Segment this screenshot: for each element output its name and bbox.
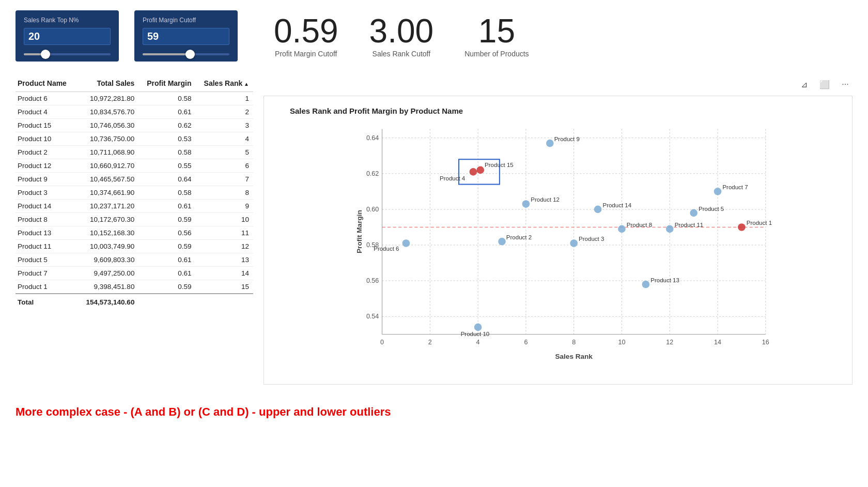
table-cell: 0.59: [138, 240, 195, 253]
col-header-sales-rank[interactable]: Sales Rank: [196, 77, 253, 92]
profit-margin-slider-track[interactable]: [143, 53, 229, 55]
svg-point-61: [594, 206, 602, 214]
svg-text:6: 6: [524, 339, 528, 346]
table-cell: 0.61: [138, 253, 195, 267]
table-cell: 0.53: [138, 132, 195, 146]
table-cell: 3: [196, 119, 253, 132]
svg-point-41: [470, 168, 477, 176]
table-cell: 10,660,912.70: [78, 159, 139, 173]
chart-title: Sales Rank and Profit Margin by Product …: [290, 106, 842, 115]
svg-point-55: [666, 225, 674, 233]
table-row: Product 19,398,451.800.5915: [16, 280, 253, 294]
chart-section: ⊿ ⬜ ··· Sales Rank and Profit Margin by …: [264, 77, 853, 385]
table-cell: Product 13: [16, 226, 78, 240]
kpi-sales-rank-cutoff-value: 3.00: [369, 14, 434, 48]
svg-text:Product 1: Product 1: [747, 220, 772, 226]
profit-margin-card: Profit Margin Cutoff: [134, 10, 238, 62]
table-cell: Product 2: [16, 146, 78, 159]
table-row: Product 59,609,803.300.6113: [16, 253, 253, 267]
table-header-row: Product Name Total Sales Profit Margin S…: [16, 77, 253, 92]
svg-text:Product 15: Product 15: [485, 162, 514, 168]
table-cell: 6: [196, 159, 253, 173]
svg-text:2: 2: [428, 339, 432, 346]
table-row: Product 1010,736,750.000.534: [16, 132, 253, 146]
filter-icon[interactable]: ⊿: [797, 77, 811, 92]
table-cell: 14: [196, 267, 253, 280]
table-cell: 10,237,171.20: [78, 200, 139, 213]
table-cell: Product 12: [16, 159, 78, 173]
table-cell: 9,497,250.00: [78, 267, 139, 280]
kpi-number-of-products-value: 15: [464, 14, 529, 48]
table-cell: Product 9: [16, 173, 78, 186]
data-table: Product Name Total Sales Profit Margin S…: [16, 77, 253, 309]
table-cell: Product 15: [16, 119, 78, 132]
table-row: Product 1510,746,056.300.623: [16, 119, 253, 132]
svg-point-49: [618, 225, 626, 233]
profit-margin-input[interactable]: [143, 28, 229, 45]
table-cell: 10,746,056.30: [78, 119, 139, 132]
table-cell: 1: [196, 92, 253, 105]
table-cell: 12: [196, 240, 253, 253]
total-value: 154,573,140.60: [78, 294, 139, 309]
table-cell: Product 7: [16, 267, 78, 280]
table-row: Product 910,465,567.500.647: [16, 173, 253, 186]
table-cell: 5: [196, 146, 253, 159]
svg-text:Product 8: Product 8: [627, 222, 652, 228]
sales-rank-slider-track[interactable]: [24, 53, 111, 55]
table-cell: 10,736,750.00: [78, 132, 139, 146]
table-cell: 10,972,281.80: [78, 92, 139, 105]
svg-text:0.60: 0.60: [366, 206, 379, 213]
svg-point-37: [498, 238, 506, 246]
table-cell: 10,152,168.30: [78, 226, 139, 240]
kpi-sales-rank-cutoff-label: Sales Rank Cutoff: [369, 50, 434, 58]
sales-rank-input[interactable]: [24, 28, 111, 45]
col-header-product-name: Product Name: [16, 77, 78, 92]
table-cell: 10,172,670.30: [78, 213, 139, 226]
export-icon[interactable]: ⬜: [817, 77, 832, 92]
table-cell: 0.58: [138, 92, 195, 105]
svg-text:12: 12: [666, 339, 673, 346]
table-cell: 0.58: [138, 186, 195, 200]
content-row: Product Name Total Sales Profit Margin S…: [16, 77, 853, 385]
table-row: Product 210,711,068.900.585: [16, 146, 253, 159]
table-cell: Product 14: [16, 200, 78, 213]
table-total-row: Total 154,573,140.60: [16, 294, 253, 309]
profit-margin-slider-thumb[interactable]: [185, 50, 195, 59]
kpi-profit-margin-cutoff-value: 0.59: [274, 14, 338, 48]
svg-text:Product 6: Product 6: [374, 246, 399, 252]
table-cell: 0.56: [138, 226, 195, 240]
table-row: Product 410,834,576.700.612: [16, 105, 253, 119]
svg-text:0.56: 0.56: [366, 277, 379, 284]
svg-text:Product 7: Product 7: [722, 184, 748, 190]
table-cell: 0.59: [138, 280, 195, 294]
table-cell: 0.64: [138, 173, 195, 186]
bottom-text: More complex case - (A and B) or (C and …: [16, 405, 853, 419]
svg-point-51: [546, 140, 554, 147]
table-cell: 2: [196, 105, 253, 119]
kpi-number-of-products-label: Number of Products: [464, 50, 529, 58]
table-cell: Product 1: [16, 280, 78, 294]
svg-point-53: [474, 324, 482, 331]
table-row: Product 1210,660,912.700.556: [16, 159, 253, 173]
table-section: Product Name Total Sales Profit Margin S…: [16, 77, 253, 309]
svg-text:Product 14: Product 14: [602, 202, 631, 208]
kpi-number-of-products: 15 Number of Products: [464, 14, 529, 58]
kpi-sales-rank-cutoff: 3.00 Sales Rank Cutoff: [369, 14, 434, 58]
sales-rank-slider-thumb[interactable]: [41, 50, 50, 59]
svg-text:Product 3: Product 3: [579, 236, 604, 242]
table-cell: 0.61: [138, 267, 195, 280]
table-cell: 0.61: [138, 105, 195, 119]
svg-text:Sales Rank: Sales Rank: [555, 353, 593, 360]
table-cell: 15: [196, 280, 253, 294]
profit-margin-label: Profit Margin Cutoff: [143, 17, 229, 24]
table-cell: 9,609,803.30: [78, 253, 139, 267]
table-row: Product 1110,003,749.900.5912: [16, 240, 253, 253]
profit-margin-slider-fill: [143, 53, 190, 55]
total-label: Total: [16, 294, 78, 309]
svg-text:14: 14: [714, 339, 721, 346]
more-icon[interactable]: ···: [838, 77, 853, 92]
table-cell: Product 6: [16, 92, 78, 105]
svg-text:Product 4: Product 4: [440, 175, 466, 181]
table-row: Product 810,172,670.300.5910: [16, 213, 253, 226]
sales-rank-card: Sales Rank Top N%: [16, 10, 119, 62]
